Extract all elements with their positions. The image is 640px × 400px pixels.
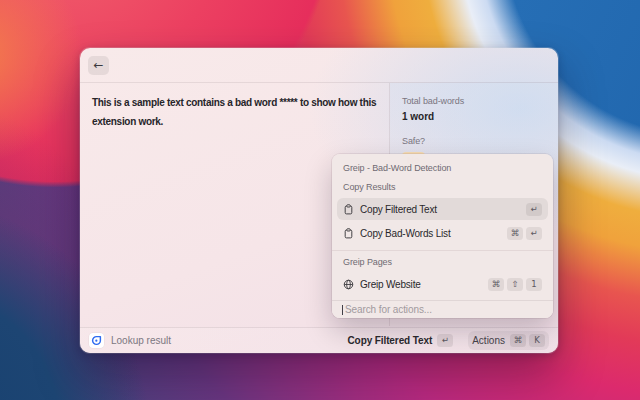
action-menu-title: Greip - Bad-Word Detection <box>332 162 553 174</box>
actions-label: Actions <box>472 335 505 346</box>
filtered-sample-text: This is a sample text contains a bad wor… <box>92 94 377 131</box>
desktop-wallpaper: { "header": { "back_icon": "←" }, "conte… <box>0 0 640 400</box>
action-search-input[interactable]: Search for actions... <box>332 300 553 318</box>
section-greip-pages: Greip Pages <box>332 257 553 268</box>
enter-key-icon: ↵ <box>437 334 453 347</box>
enter-key-icon: ↵ <box>526 227 542 240</box>
total-badwords-label: Total bad-words <box>402 96 546 106</box>
window-header: ← <box>80 48 558 83</box>
safe-label: Safe? <box>402 136 546 146</box>
menu-item-copy-bad-words-list[interactable]: Copy Bad-Words List ⌘ ↵ <box>337 222 548 244</box>
back-button[interactable]: ← <box>88 56 109 75</box>
greip-app-icon <box>89 333 104 348</box>
clipboard-icon <box>343 228 354 239</box>
enter-key-icon: ↵ <box>526 203 542 216</box>
menu-section-divider <box>332 250 553 251</box>
status-bar: Lookup result Copy Filtered Text ↵ Actio… <box>80 327 558 353</box>
command-title: Lookup result <box>111 335 171 346</box>
text-caret <box>342 305 343 315</box>
greip-logo-icon <box>91 335 102 346</box>
section-copy-results: Copy Results <box>332 182 553 193</box>
back-arrow-icon: ← <box>93 59 103 71</box>
extension-window: ← This is a sample text contains a bad w… <box>80 48 558 353</box>
menu-item-label: Copy Filtered Text <box>360 204 437 215</box>
command-key-icon: ⌘ <box>510 334 526 347</box>
primary-action-button[interactable]: Copy Filtered Text ↵ <box>348 334 454 347</box>
globe-icon <box>343 279 354 290</box>
one-key-icon: 1 <box>526 278 542 291</box>
clipboard-icon <box>343 204 354 215</box>
command-key-icon: ⌘ <box>507 227 523 240</box>
action-menu-popup: Greip - Bad-Word Detection Copy Results … <box>332 154 553 318</box>
action-menu-list: Greip - Bad-Word Detection Copy Results … <box>332 154 553 300</box>
total-badwords-value: 1 word <box>402 111 546 122</box>
shift-key-icon: ⇧ <box>507 278 523 291</box>
menu-item-label: Greip Website <box>360 279 421 290</box>
actions-button[interactable]: Actions ⌘ K <box>468 331 549 350</box>
command-key-icon: ⌘ <box>488 278 504 291</box>
menu-item-label: Copy Bad-Words List <box>360 228 451 239</box>
primary-action-label: Copy Filtered Text <box>348 335 433 346</box>
menu-item-copy-filtered-text[interactable]: Copy Filtered Text ↵ <box>337 198 548 220</box>
search-placeholder: Search for actions... <box>345 304 432 315</box>
menu-item-greip-website[interactable]: Greip Website ⌘ ⇧ 1 <box>337 273 548 295</box>
k-key-icon: K <box>529 334 545 347</box>
